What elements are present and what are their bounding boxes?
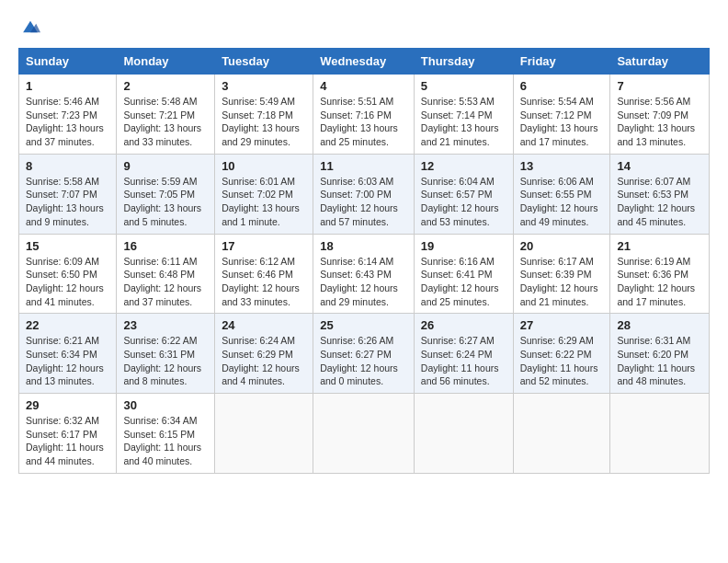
table-row — [513, 394, 610, 474]
day-number: 24 — [222, 318, 306, 332]
table-row: 20 Sunrise: 6:17 AMSunset: 6:39 PMDaylig… — [513, 234, 610, 314]
table-row: 5 Sunrise: 5:53 AMSunset: 7:14 PMDayligh… — [414, 75, 513, 155]
header — [18, 17, 710, 37]
day-number: 6 — [520, 79, 604, 93]
day-number: 22 — [26, 318, 109, 332]
day-number: 25 — [320, 318, 407, 332]
day-detail: Sunrise: 5:59 AMSunset: 7:05 PMDaylight:… — [123, 176, 201, 227]
table-row: 12 Sunrise: 6:04 AMSunset: 6:57 PMDaylig… — [414, 154, 513, 234]
day-number: 21 — [617, 239, 702, 253]
day-number: 15 — [26, 239, 109, 253]
day-number: 23 — [123, 318, 208, 332]
table-row — [313, 394, 415, 474]
day-detail: Sunrise: 6:04 AMSunset: 6:57 PMDaylight:… — [421, 176, 499, 227]
day-detail: Sunrise: 6:19 AMSunset: 6:36 PMDaylight:… — [617, 256, 695, 307]
day-number: 28 — [617, 318, 702, 332]
table-row: 21 Sunrise: 6:19 AMSunset: 6:36 PMDaylig… — [610, 234, 710, 314]
day-number: 2 — [123, 79, 208, 93]
table-row: 27 Sunrise: 6:29 AMSunset: 6:22 PMDaylig… — [513, 314, 610, 394]
table-row: 23 Sunrise: 6:22 AMSunset: 6:31 PMDaylig… — [117, 314, 215, 394]
day-number: 4 — [320, 79, 407, 93]
table-row: 11 Sunrise: 6:03 AMSunset: 7:00 PMDaylig… — [313, 154, 415, 234]
table-row: 16 Sunrise: 6:11 AMSunset: 6:48 PMDaylig… — [117, 234, 215, 314]
day-number: 20 — [520, 239, 604, 253]
day-number: 12 — [421, 159, 506, 173]
table-row: 7 Sunrise: 5:56 AMSunset: 7:09 PMDayligh… — [610, 75, 710, 155]
day-detail: Sunrise: 5:49 AMSunset: 7:18 PMDaylight:… — [222, 96, 300, 147]
day-detail: Sunrise: 6:27 AMSunset: 6:24 PMDaylight:… — [421, 335, 499, 386]
day-header-monday: Monday — [117, 49, 215, 75]
table-row: 29 Sunrise: 6:32 AMSunset: 6:17 PMDaylig… — [19, 394, 117, 474]
day-number: 5 — [421, 79, 506, 93]
day-detail: Sunrise: 6:31 AMSunset: 6:20 PMDaylight:… — [617, 335, 695, 386]
day-detail: Sunrise: 5:46 AMSunset: 7:23 PMDaylight:… — [26, 96, 104, 147]
day-header-thursday: Thursday — [414, 49, 513, 75]
day-number: 11 — [320, 159, 407, 173]
table-row — [414, 394, 513, 474]
day-detail: Sunrise: 5:56 AMSunset: 7:09 PMDaylight:… — [617, 96, 695, 147]
day-detail: Sunrise: 6:29 AMSunset: 6:22 PMDaylight:… — [520, 335, 598, 386]
table-row: 13 Sunrise: 6:06 AMSunset: 6:55 PMDaylig… — [513, 154, 610, 234]
table-row: 15 Sunrise: 6:09 AMSunset: 6:50 PMDaylig… — [19, 234, 117, 314]
day-header-wednesday: Wednesday — [313, 49, 415, 75]
day-detail: Sunrise: 5:48 AMSunset: 7:21 PMDaylight:… — [123, 96, 201, 147]
day-header-sunday: Sunday — [19, 49, 117, 75]
day-number: 19 — [421, 239, 506, 253]
day-number: 18 — [320, 239, 407, 253]
day-detail: Sunrise: 6:12 AMSunset: 6:46 PMDaylight:… — [222, 256, 300, 307]
day-detail: Sunrise: 6:21 AMSunset: 6:34 PMDaylight:… — [26, 335, 104, 386]
table-row: 6 Sunrise: 5:54 AMSunset: 7:12 PMDayligh… — [513, 75, 610, 155]
table-row: 8 Sunrise: 5:58 AMSunset: 7:07 PMDayligh… — [19, 154, 117, 234]
day-header-tuesday: Tuesday — [215, 49, 313, 75]
day-detail: Sunrise: 5:53 AMSunset: 7:14 PMDaylight:… — [421, 96, 499, 147]
day-number: 7 — [617, 79, 702, 93]
table-row: 30 Sunrise: 6:34 AMSunset: 6:15 PMDaylig… — [117, 394, 215, 474]
day-number: 26 — [421, 318, 506, 332]
table-row — [215, 394, 313, 474]
table-row: 18 Sunrise: 6:14 AMSunset: 6:43 PMDaylig… — [313, 234, 415, 314]
calendar-page: SundayMondayTuesdayWednesdayThursdayFrid… — [0, 0, 728, 563]
day-number: 29 — [26, 398, 109, 412]
day-detail: Sunrise: 6:34 AMSunset: 6:15 PMDaylight:… — [123, 415, 201, 466]
table-row: 14 Sunrise: 6:07 AMSunset: 6:53 PMDaylig… — [610, 154, 710, 234]
table-row: 9 Sunrise: 5:59 AMSunset: 7:05 PMDayligh… — [117, 154, 215, 234]
table-row: 3 Sunrise: 5:49 AMSunset: 7:18 PMDayligh… — [215, 75, 313, 155]
table-row: 10 Sunrise: 6:01 AMSunset: 7:02 PMDaylig… — [215, 154, 313, 234]
day-detail: Sunrise: 6:06 AMSunset: 6:55 PMDaylight:… — [520, 176, 598, 227]
day-detail: Sunrise: 6:17 AMSunset: 6:39 PMDaylight:… — [520, 256, 598, 307]
logo-icon — [20, 17, 40, 37]
day-header-friday: Friday — [513, 49, 610, 75]
day-detail: Sunrise: 6:14 AMSunset: 6:43 PMDaylight:… — [320, 256, 398, 307]
day-detail: Sunrise: 6:07 AMSunset: 6:53 PMDaylight:… — [617, 176, 695, 227]
day-detail: Sunrise: 5:54 AMSunset: 7:12 PMDaylight:… — [520, 96, 598, 147]
day-detail: Sunrise: 6:03 AMSunset: 7:00 PMDaylight:… — [320, 176, 398, 227]
day-number: 1 — [26, 79, 109, 93]
day-detail: Sunrise: 6:01 AMSunset: 7:02 PMDaylight:… — [222, 176, 300, 227]
day-detail: Sunrise: 5:58 AMSunset: 7:07 PMDaylight:… — [26, 176, 104, 227]
day-number: 10 — [222, 159, 306, 173]
table-row: 1 Sunrise: 5:46 AMSunset: 7:23 PMDayligh… — [19, 75, 117, 155]
day-number: 16 — [123, 239, 208, 253]
day-detail: Sunrise: 6:26 AMSunset: 6:27 PMDaylight:… — [320, 335, 398, 386]
day-detail: Sunrise: 6:22 AMSunset: 6:31 PMDaylight:… — [123, 335, 201, 386]
logo — [18, 17, 40, 37]
day-number: 13 — [520, 159, 604, 173]
day-number: 27 — [520, 318, 604, 332]
table-row: 19 Sunrise: 6:16 AMSunset: 6:41 PMDaylig… — [414, 234, 513, 314]
day-detail: Sunrise: 6:24 AMSunset: 6:29 PMDaylight:… — [222, 335, 300, 386]
day-detail: Sunrise: 6:16 AMSunset: 6:41 PMDaylight:… — [421, 256, 499, 307]
day-number: 9 — [123, 159, 208, 173]
day-detail: Sunrise: 6:09 AMSunset: 6:50 PMDaylight:… — [26, 256, 104, 307]
table-row — [610, 394, 710, 474]
table-row: 28 Sunrise: 6:31 AMSunset: 6:20 PMDaylig… — [610, 314, 710, 394]
table-row: 22 Sunrise: 6:21 AMSunset: 6:34 PMDaylig… — [19, 314, 117, 394]
table-row: 26 Sunrise: 6:27 AMSunset: 6:24 PMDaylig… — [414, 314, 513, 394]
table-row: 25 Sunrise: 6:26 AMSunset: 6:27 PMDaylig… — [313, 314, 415, 394]
day-number: 14 — [617, 159, 702, 173]
table-row: 24 Sunrise: 6:24 AMSunset: 6:29 PMDaylig… — [215, 314, 313, 394]
day-detail: Sunrise: 6:32 AMSunset: 6:17 PMDaylight:… — [26, 415, 104, 466]
day-header-saturday: Saturday — [610, 49, 710, 75]
table-row: 2 Sunrise: 5:48 AMSunset: 7:21 PMDayligh… — [117, 75, 215, 155]
day-detail: Sunrise: 6:11 AMSunset: 6:48 PMDaylight:… — [123, 256, 201, 307]
day-number: 8 — [26, 159, 109, 173]
